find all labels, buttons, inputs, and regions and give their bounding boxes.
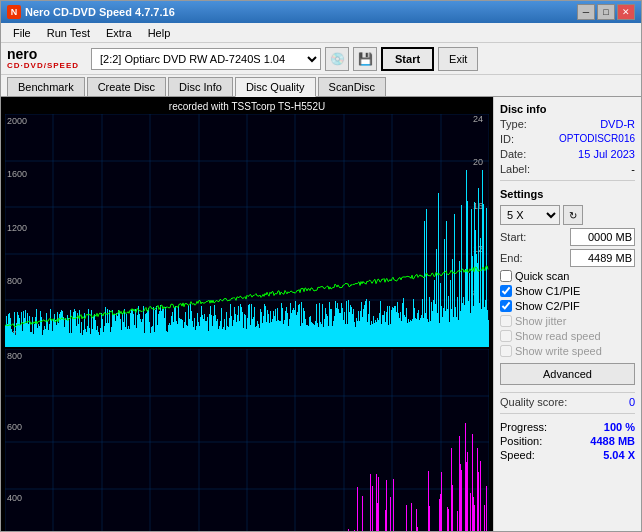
progress-val: 100 % — [604, 421, 635, 433]
show-c1pie-checkbox[interactable] — [500, 285, 512, 297]
quality-val: 0 — [629, 396, 635, 408]
close-button[interactable]: ✕ — [617, 4, 635, 20]
minimize-button[interactable]: ─ — [577, 4, 595, 20]
exit-button[interactable]: Exit — [438, 47, 478, 71]
save-btn[interactable]: 💾 — [353, 47, 377, 71]
window-controls: ─ □ ✕ — [577, 4, 635, 20]
date-val: 15 Jul 2023 — [578, 148, 635, 160]
advanced-button[interactable]: Advanced — [500, 363, 635, 385]
speed-row: Speed: 5.04 X — [500, 449, 635, 461]
show-write-speed-checkbox[interactable] — [500, 345, 512, 357]
show-c1pie-label: Show C1/PIE — [515, 285, 580, 297]
end-input[interactable] — [570, 249, 635, 267]
show-c2pif-checkbox[interactable] — [500, 300, 512, 312]
label-key: Label: — [500, 163, 530, 175]
id-key: ID: — [500, 133, 514, 145]
position-val: 4488 MB — [590, 435, 635, 447]
quality-row: Quality score: 0 — [500, 392, 635, 408]
toolbar: nero CD·DVD/SPEED [2:2] Optiarc DVD RW A… — [1, 43, 641, 75]
speed-val: 5.04 X — [603, 449, 635, 461]
start-row: Start: — [500, 228, 635, 246]
label-row: Label: - — [500, 163, 635, 175]
refresh-button[interactable]: ↻ — [563, 205, 583, 225]
app-icon: N — [7, 5, 21, 19]
show-c2pif-label: Show C2/PIF — [515, 300, 580, 312]
end-key: End: — [500, 252, 523, 264]
label-val: - — [631, 163, 635, 175]
position-key: Position: — [500, 435, 542, 447]
title-bar: N Nero CD-DVD Speed 4.7.7.16 ─ □ ✕ — [1, 1, 641, 23]
speed-row: 5 X ↻ — [500, 205, 635, 225]
type-row: Type: DVD-R — [500, 118, 635, 130]
show-write-speed-label: Show write speed — [515, 345, 602, 357]
position-row: Position: 4488 MB — [500, 435, 635, 447]
tab-scan-disc[interactable]: ScanDisc — [318, 77, 386, 96]
quick-scan-checkbox[interactable] — [500, 270, 512, 282]
show-jitter-label: Show jitter — [515, 315, 566, 327]
tab-disc-quality[interactable]: Disc Quality — [235, 77, 316, 97]
show-read-speed-checkbox[interactable] — [500, 330, 512, 342]
chart-title: recorded with TSSTcorp TS-H552U — [5, 101, 489, 112]
show-c2pif-row: Show C2/PIF — [500, 300, 635, 312]
quick-scan-label: Quick scan — [515, 270, 569, 282]
start-input[interactable] — [570, 228, 635, 246]
progress-key: Progress: — [500, 421, 547, 433]
date-row: Date: 15 Jul 2023 — [500, 148, 635, 160]
logo-sub: CD·DVD/SPEED — [7, 61, 79, 70]
show-c1pie-row: Show C1/PIE — [500, 285, 635, 297]
show-jitter-checkbox[interactable] — [500, 315, 512, 327]
start-key: Start: — [500, 231, 526, 243]
progress-row: Progress: 100 % — [500, 421, 635, 433]
id-val: OPTODISCR016 — [559, 133, 635, 145]
right-panel: Disc info Type: DVD-R ID: OPTODISCR016 D… — [493, 97, 641, 531]
progress-section: Progress: 100 % Position: 4488 MB Speed:… — [500, 421, 635, 461]
menu-bar: File Run Test Extra Help — [1, 23, 641, 43]
quality-key: Quality score: — [500, 396, 567, 408]
settings-title: Settings — [500, 188, 635, 200]
disc-info-title: Disc info — [500, 103, 635, 115]
speed-key: Speed: — [500, 449, 535, 461]
tabs-bar: Benchmark Create Disc Disc Info Disc Qua… — [1, 75, 641, 97]
charts-container — [5, 114, 489, 531]
start-button[interactable]: Start — [381, 47, 434, 71]
drive-selector: [2:2] Optiarc DVD RW AD-7240S 1.04 — [91, 48, 321, 70]
maximize-button[interactable]: □ — [597, 4, 615, 20]
main-window: N Nero CD-DVD Speed 4.7.7.16 ─ □ ✕ File … — [0, 0, 642, 532]
menu-run-test[interactable]: Run Test — [39, 25, 98, 41]
menu-file[interactable]: File — [5, 25, 39, 41]
show-write-speed-row: Show write speed — [500, 345, 635, 357]
chart-area: recorded with TSSTcorp TS-H552U PI Error… — [1, 97, 493, 531]
date-key: Date: — [500, 148, 526, 160]
pif-chart — [5, 349, 489, 531]
menu-extra[interactable]: Extra — [98, 25, 140, 41]
show-read-speed-label: Show read speed — [515, 330, 601, 342]
window-title: Nero CD-DVD Speed 4.7.7.16 — [25, 6, 577, 18]
logo: nero CD·DVD/SPEED — [7, 47, 79, 70]
type-val: DVD-R — [600, 118, 635, 130]
main-content: recorded with TSSTcorp TS-H552U PI Error… — [1, 97, 641, 531]
show-jitter-row: Show jitter — [500, 315, 635, 327]
disc-icon-btn[interactable]: 💿 — [325, 47, 349, 71]
drive-combo[interactable]: [2:2] Optiarc DVD RW AD-7240S 1.04 — [91, 48, 321, 70]
menu-help[interactable]: Help — [140, 25, 179, 41]
quick-scan-row: Quick scan — [500, 270, 635, 282]
id-row: ID: OPTODISCR016 — [500, 133, 635, 145]
pie-chart — [5, 114, 489, 347]
show-read-speed-row: Show read speed — [500, 330, 635, 342]
logo-nero: nero — [7, 47, 79, 61]
speed-combo[interactable]: 5 X — [500, 205, 560, 225]
tab-create-disc[interactable]: Create Disc — [87, 77, 166, 96]
tab-benchmark[interactable]: Benchmark — [7, 77, 85, 96]
end-row: End: — [500, 249, 635, 267]
type-key: Type: — [500, 118, 527, 130]
tab-disc-info[interactable]: Disc Info — [168, 77, 233, 96]
